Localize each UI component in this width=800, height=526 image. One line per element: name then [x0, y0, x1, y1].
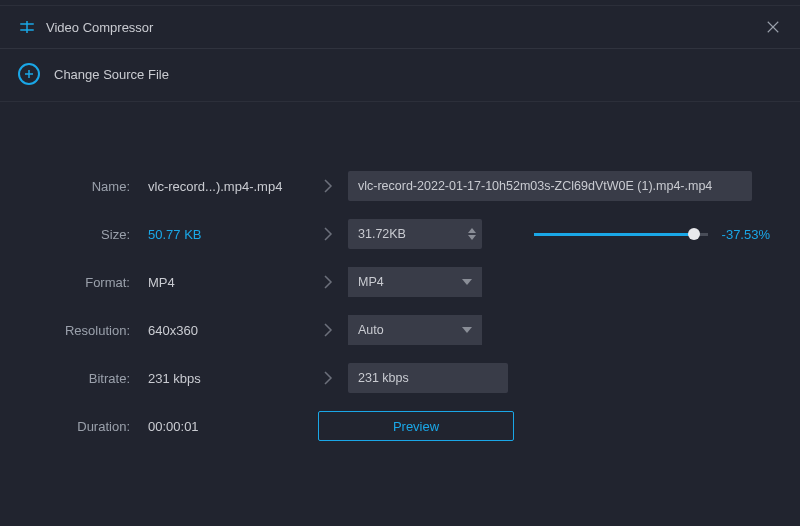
row-format: Format: MP4 MP4 — [30, 258, 770, 306]
change-source-button[interactable]: Change Source File — [54, 67, 169, 82]
slider-thumb[interactable] — [688, 228, 700, 240]
preview-label: Preview — [393, 419, 439, 434]
chevron-right-icon — [308, 226, 348, 242]
target-name-input[interactable]: vlc-record-2022-01-17-10h52m03s-ZCl69dVt… — [348, 171, 752, 201]
window-title: Video Compressor — [46, 20, 153, 35]
close-button[interactable] — [764, 18, 782, 36]
bitrate-input[interactable] — [348, 363, 508, 393]
resolution-select[interactable]: Auto — [348, 315, 482, 345]
label-format: Format: — [30, 275, 130, 290]
chevron-down-icon — [462, 279, 472, 285]
size-step-up[interactable] — [468, 228, 476, 233]
chevron-right-icon — [308, 322, 348, 338]
row-duration: Duration: 00:00:01 Preview — [30, 402, 770, 450]
format-select[interactable]: MP4 — [348, 267, 482, 297]
plus-icon[interactable] — [18, 63, 40, 85]
target-size-value: 31.72KB — [358, 227, 406, 241]
header: Video Compressor — [0, 6, 800, 49]
row-name: Name: vlc-record...).mp4-.mp4 vlc-record… — [30, 162, 770, 210]
change-source-bar: Change Source File — [0, 49, 800, 102]
label-name: Name: — [30, 179, 130, 194]
label-duration: Duration: — [30, 419, 130, 434]
size-slider[interactable] — [534, 233, 708, 236]
size-percentage: -37.53% — [722, 227, 770, 242]
slider-fill — [534, 233, 694, 236]
chevron-right-icon — [308, 178, 348, 194]
source-resolution: 640x360 — [148, 323, 308, 338]
source-size: 50.77 KB — [148, 227, 308, 242]
source-duration: 00:00:01 — [148, 419, 308, 434]
compress-icon — [18, 18, 36, 36]
form-content: Name: vlc-record...).mp4-.mp4 vlc-record… — [0, 102, 800, 450]
target-size-stepper[interactable]: 31.72KB — [348, 219, 482, 249]
chevron-right-icon — [308, 274, 348, 290]
label-resolution: Resolution: — [30, 323, 130, 338]
source-bitrate: 231 kbps — [148, 371, 308, 386]
row-resolution: Resolution: 640x360 Auto — [30, 306, 770, 354]
label-size: Size: — [30, 227, 130, 242]
source-name: vlc-record...).mp4-.mp4 — [148, 179, 308, 194]
chevron-right-icon — [308, 370, 348, 386]
target-name-value: vlc-record-2022-01-17-10h52m03s-ZCl69dVt… — [358, 179, 712, 193]
label-bitrate: Bitrate: — [30, 371, 130, 386]
source-format: MP4 — [148, 275, 308, 290]
preview-button[interactable]: Preview — [318, 411, 514, 441]
resolution-select-value: Auto — [358, 323, 384, 337]
row-bitrate: Bitrate: 231 kbps — [30, 354, 770, 402]
row-size: Size: 50.77 KB 31.72KB -37.53% — [30, 210, 770, 258]
bitrate-field[interactable] — [358, 371, 498, 385]
chevron-down-icon — [462, 327, 472, 333]
size-step-down[interactable] — [468, 235, 476, 240]
format-select-value: MP4 — [358, 275, 384, 289]
